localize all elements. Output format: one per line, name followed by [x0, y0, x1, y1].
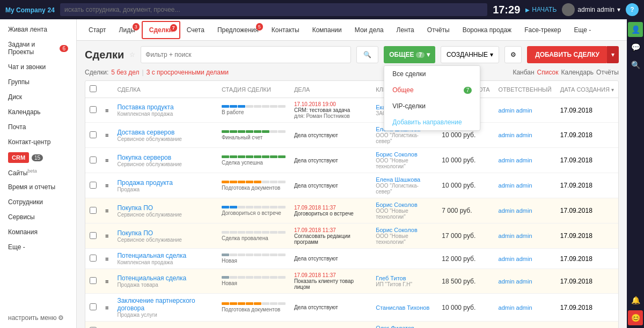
dropdown-vip[interactable]: VIP-сделки [384, 98, 480, 114]
row-checkbox-cell[interactable] [85, 148, 101, 173]
dropdown-general[interactable]: Общее 7 [384, 82, 480, 98]
rp-icon-notifications[interactable]: 🔔 [628, 293, 643, 308]
view-kanban[interactable]: Канбан [513, 69, 534, 76]
row-checkbox[interactable] [90, 232, 97, 239]
sidebar-item-more[interactable]: Еще - [0, 240, 76, 255]
sidebar-item-calendar[interactable]: Календарь [0, 105, 76, 120]
row-checkbox-cell[interactable] [85, 269, 101, 294]
row-checkbox[interactable] [90, 255, 97, 262]
tab-invoices[interactable]: Счета [180, 21, 211, 39]
client-name[interactable]: Станислав Тихонов [376, 304, 433, 311]
dropdown-all-deals[interactable]: Все сделки [384, 66, 480, 82]
col-deal[interactable]: СДЕЛКА [113, 81, 217, 98]
settings-btn[interactable]: ⚙ [504, 46, 522, 63]
select-all-checkbox[interactable] [90, 85, 97, 92]
deal-name[interactable]: Потенциальная сделка [117, 252, 213, 259]
sidebar-item-chat[interactable]: Чат и звонки [0, 59, 76, 74]
sidebar-item-groups[interactable]: Группы [0, 74, 76, 90]
row-checkbox[interactable] [90, 131, 97, 138]
tab-funnel[interactable]: Воронка продаж [456, 21, 518, 39]
row-checkbox-cell[interactable] [85, 123, 101, 148]
row-checkbox[interactable] [90, 156, 97, 163]
tab-start[interactable]: Старт [82, 21, 113, 39]
row-checkbox[interactable] [90, 207, 97, 214]
row-checkbox-cell[interactable] [85, 294, 101, 322]
col-responsible[interactable]: ОТВЕТСТВЕННЫЙ [494, 81, 556, 98]
col-checkbox[interactable] [85, 81, 101, 98]
row-checkbox[interactable] [90, 106, 97, 113]
tab-my-deals[interactable]: Мои дела [348, 21, 390, 39]
deal-name[interactable]: Заключение партнерского договора [117, 297, 213, 312]
row-checkbox[interactable] [90, 303, 97, 310]
responsible-name[interactable]: admin admin [499, 132, 532, 138]
row-checkbox-cell[interactable] [85, 98, 101, 123]
col-stage[interactable]: СТАДИЯ СДЕЛКИ [217, 81, 290, 98]
client-name[interactable]: Глеб Титов [376, 275, 433, 281]
client-name[interactable]: Борис Соколов [376, 151, 433, 158]
sidebar-item-feed[interactable]: Живая лента [0, 22, 76, 37]
deal-name[interactable]: Покупка ПО [117, 229, 213, 237]
deal-name[interactable]: Продажа продукта [117, 179, 213, 187]
deal-date[interactable]: 17.09.2018 11:37 [294, 227, 367, 233]
dropdown-add-direction[interactable]: Добавить направление [384, 114, 480, 130]
responsible-name[interactable]: admin admin [499, 278, 532, 285]
sidebar-item-mail[interactable]: Почта [0, 120, 76, 135]
row-checkbox-cell[interactable] [85, 173, 101, 198]
row-menu-cell[interactable]: ≡ [101, 123, 113, 148]
view-list[interactable]: Список [537, 69, 559, 76]
stats-overdue-link[interactable]: 3 с просроченными делами [147, 69, 229, 76]
tab-proposals[interactable]: Предложения 5 [211, 21, 265, 39]
filter-search-input[interactable] [141, 46, 351, 63]
sidebar-item-time-reports[interactable]: Время и отчеты [0, 180, 76, 195]
responsible-name[interactable]: admin admin [499, 157, 532, 163]
row-checkbox-cell[interactable] [85, 249, 101, 269]
sidebar-configure-btn[interactable]: настроить меню ⚙ [0, 310, 76, 325]
created-dropdown[interactable]: СОЗДАННЫЕ ▾ [441, 46, 499, 63]
row-checkbox-cell[interactable] [85, 223, 101, 249]
view-calendar[interactable]: Календарь [561, 69, 594, 76]
row-menu-cell[interactable]: ≡ [101, 173, 113, 198]
sidebar-crm[interactable]: CRM 15 [0, 150, 76, 166]
tab-contacts[interactable]: Контакты [265, 21, 306, 39]
responsible-name[interactable]: admin admin [499, 107, 532, 114]
filter-search-btn[interactable]: 🔍 [356, 46, 378, 63]
tab-face-tracker[interactable]: Face-трекер [518, 21, 567, 39]
deal-name[interactable]: Потенциальная сделка [117, 274, 213, 282]
row-menu-cell[interactable]: ≡ [101, 269, 113, 294]
deal-name[interactable]: Поставка продукта [117, 103, 213, 111]
row-menu-cell[interactable]: ≡ [101, 249, 113, 269]
tab-reports[interactable]: Отчёты [421, 21, 456, 39]
row-menu-cell[interactable]: ≡ [101, 322, 113, 329]
client-name[interactable]: Борис Соколов [376, 227, 433, 233]
deal-name[interactable]: Доставка серверов [117, 129, 213, 136]
row-checkbox[interactable] [90, 182, 97, 189]
responsible-name[interactable]: admin admin [499, 207, 532, 214]
rp-icon-user[interactable]: 👤 [628, 22, 643, 37]
col-created[interactable]: ДАТА СОЗДАНИЯ ▾ [556, 81, 618, 98]
responsible-name[interactable]: admin admin [499, 182, 532, 189]
add-deal-btn[interactable]: ДОБАВИТЬ СДЕЛКУ [527, 46, 608, 63]
stats-no-deals-link[interactable]: 5 без дел [111, 69, 139, 76]
sidebar-item-sites[interactable]: Сайтыbeta [0, 166, 76, 180]
deal-date[interactable]: 17.09.2018 11:37 [294, 272, 367, 278]
tab-more[interactable]: Еще - [567, 21, 597, 39]
sidebar-item-company[interactable]: Компания [0, 225, 76, 240]
rp-icon-search[interactable]: 🔍 [628, 57, 643, 72]
col-tasks[interactable]: ДЕЛА [290, 81, 371, 98]
row-menu-cell[interactable]: ≡ [101, 294, 113, 322]
tab-leads[interactable]: Лиды 3 [113, 21, 142, 39]
responsible-name[interactable]: admin admin [499, 233, 532, 239]
responsible-name[interactable]: admin admin [499, 304, 532, 311]
tab-companies[interactable]: Компании [306, 21, 348, 39]
deal-date[interactable]: 17.09.2018 11:37 [294, 205, 367, 211]
row-menu-cell[interactable]: ≡ [101, 148, 113, 173]
deal-name[interactable]: Покупка ПО [117, 204, 213, 212]
row-menu-cell[interactable]: ≡ [101, 223, 113, 249]
deal-name[interactable]: Покупка серверов [117, 154, 213, 161]
row-menu-cell[interactable]: ≡ [101, 198, 113, 223]
view-dropdown[interactable]: ОБЩЕЕ 7 ▾ [384, 46, 435, 63]
row-menu-cell[interactable]: ≡ [101, 98, 113, 123]
row-checkbox-cell[interactable] [85, 198, 101, 223]
row-checkbox-cell[interactable] [85, 322, 101, 329]
sidebar-item-contact-center[interactable]: Контакт-центр [0, 135, 76, 150]
